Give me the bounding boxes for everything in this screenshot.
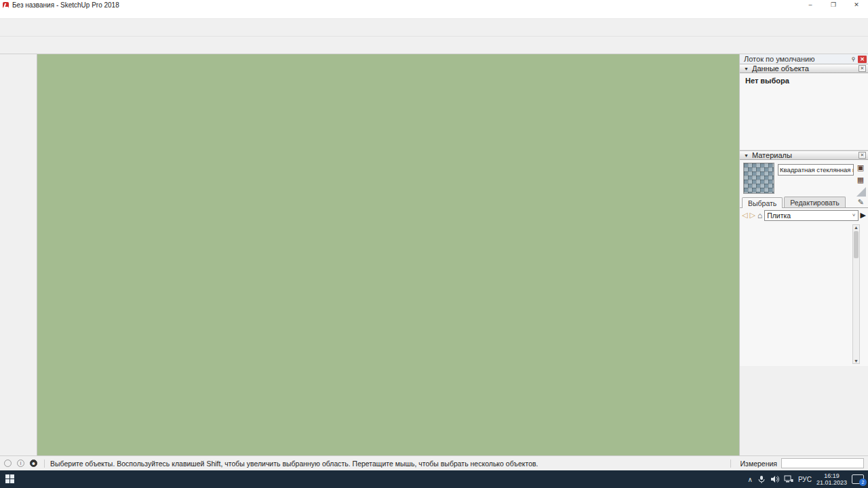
default-tray: Лоток по умолчанию ⚲ ✕ ▼ Данные объекта … [739, 54, 868, 455]
materials-close-icon[interactable]: ✕ [859, 152, 866, 159]
menu-bar [0, 9, 868, 19]
details-arrow-icon[interactable]: ▶ [861, 211, 866, 220]
system-tray: ∧ РУС 16:19 21.01.2023 2 [748, 472, 868, 486]
selection-status: Нет выбора [745, 77, 789, 85]
tray-title: Лоток по умолчанию [744, 55, 814, 63]
microphone-icon[interactable] [757, 475, 766, 484]
viewport[interactable] [37, 54, 739, 455]
help-icon[interactable]: i [17, 460, 24, 467]
collection-value: Плитка [767, 211, 791, 220]
materials-header[interactable]: ▼ Материалы ✕ [740, 150, 868, 160]
sketchup-window: Без названия - SketchUp Pro 2018 – ❐ ✕ Л… [0, 0, 868, 488]
minimize-button[interactable]: – [799, 0, 822, 9]
tab-select[interactable]: Выбрать [742, 197, 783, 208]
create-material-icon[interactable]: ▦ [855, 174, 866, 185]
collection-dropdown[interactable]: Плитка ˅ [764, 210, 858, 221]
time: 16:19 [816, 472, 847, 479]
start-button[interactable] [0, 470, 20, 488]
material-name-field[interactable]: Квадратная стеклянная плитка 0 [778, 164, 854, 176]
swatch-scrollbar[interactable]: ▲ ▼ [852, 224, 860, 364]
geolocation-icon[interactable] [4, 460, 12, 467]
window-title: Без названия - SketchUp Pro 2018 [12, 1, 119, 9]
notification-badge: 2 [859, 479, 867, 486]
scroll-down-icon[interactable]: ▼ [854, 359, 859, 363]
current-material-thumbnail[interactable] [743, 163, 774, 194]
tab-edit[interactable]: Редактировать [784, 197, 846, 207]
close-button[interactable]: ✕ [845, 0, 868, 9]
toolbar-row-2 [0, 37, 868, 54]
display-secondary-pane-icon[interactable]: ▣ [855, 162, 866, 173]
forward-arrow-icon[interactable]: ▷ [749, 211, 755, 220]
materials-panel: Квадратная стеклянная плитка 0 ▣ ▦ Выбра… [740, 160, 868, 366]
notification-icon[interactable]: 2 [852, 474, 864, 484]
language-indicator[interactable]: РУС [798, 476, 812, 483]
collapse-icon: ▼ [744, 153, 749, 158]
status-bar: i ☻ Выберите объекты. Воспользуйтесь кла… [0, 455, 868, 470]
restore-button[interactable]: ❐ [822, 0, 845, 9]
pin-icon[interactable]: ⚲ [849, 56, 858, 63]
toolbar-row-1 [0, 19, 868, 37]
measurements-label: Измерения [741, 460, 777, 468]
left-toolbar [0, 54, 37, 455]
chevron-down-icon: ˅ [852, 212, 856, 218]
entity-info-close-icon[interactable]: ✕ [859, 65, 866, 72]
pencil-icon[interactable]: ✎ [858, 198, 864, 207]
windows-logo-icon [5, 474, 15, 484]
material-swatch-grid [742, 224, 851, 364]
sketchup-logo-icon [3, 2, 9, 8]
entity-info-body: Нет выбора [740, 73, 868, 150]
scrollbar-thumb[interactable] [854, 231, 859, 258]
clock[interactable]: 16:19 21.01.2023 [816, 472, 847, 486]
sample-paint-icon[interactable] [856, 187, 866, 197]
entity-info-title: Данные объекта [752, 64, 809, 73]
entity-info-header[interactable]: ▼ Данные объекта ✕ [740, 64, 868, 73]
network-icon[interactable] [784, 475, 793, 483]
hidden-icons-chevron[interactable]: ∧ [748, 476, 753, 483]
tray-title-bar[interactable]: Лоток по умолчанию ⚲ ✕ [740, 54, 868, 64]
date: 21.01.2023 [816, 479, 847, 486]
windows-taskbar: ∧ РУС 16:19 21.01.2023 2 [0, 470, 868, 488]
title-bar: Без названия - SketchUp Pro 2018 – ❐ ✕ [0, 0, 868, 9]
back-arrow-icon[interactable]: ◁ [742, 211, 747, 220]
credits-icon[interactable]: ☻ [30, 460, 37, 467]
volume-icon[interactable] [770, 475, 779, 483]
tray-close-icon[interactable]: ✕ [858, 56, 867, 63]
measurements-input[interactable] [781, 458, 864, 468]
scroll-up-icon[interactable]: ▲ [854, 225, 859, 230]
home-icon[interactable]: ⌂ [757, 211, 762, 220]
collapse-icon: ▼ [744, 66, 749, 71]
materials-title: Материалы [752, 151, 792, 159]
status-hint: Выберите объекты. Воспользуйтесь клавише… [50, 460, 729, 468]
